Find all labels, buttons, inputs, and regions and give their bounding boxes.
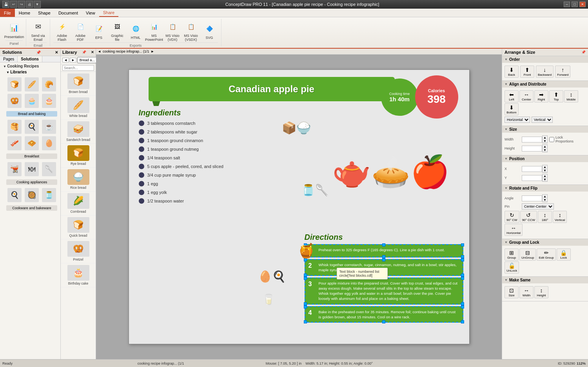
canvas-nav-prev[interactable]: ◄ xyxy=(98,49,101,53)
group-btn[interactable]: ⊞ Group xyxy=(505,248,519,261)
unlock-btn[interactable]: 🔓 UnLock xyxy=(505,261,519,274)
quick-access-undo[interactable]: ↩ xyxy=(10,1,17,8)
menu-home[interactable]: Home xyxy=(15,9,34,17)
tab-pages[interactable]: Pages xyxy=(0,56,18,62)
section-appliances[interactable]: Cooking appliances xyxy=(6,179,57,185)
position-title[interactable]: Position xyxy=(502,155,588,162)
rotate-180-btn[interactable]: ↕ 180° xyxy=(538,211,552,223)
width-input[interactable]: 5.17 in xyxy=(522,137,542,142)
lock-btn[interactable]: 🔒 Lock xyxy=(557,248,571,261)
ribbon-btn-eps[interactable]: 📝 EPS xyxy=(90,22,107,40)
menu-file[interactable]: File xyxy=(0,9,15,17)
make-same-width-btn[interactable]: ↔ Width xyxy=(519,286,534,298)
vertical-dropdown[interactable]: Vertical xyxy=(532,117,553,123)
lib-item-a2[interactable]: 🍽 xyxy=(24,161,40,177)
order-title[interactable]: Order xyxy=(502,56,588,63)
angle-spinner[interactable]: ▲▼ xyxy=(542,194,548,202)
ribbon-btn-ms-ppt[interactable]: 📊 MS PowerPoint xyxy=(145,20,163,42)
cooking-recipes-title[interactable]: Cooking Recipes xyxy=(2,63,59,69)
menu-document[interactable]: Document xyxy=(54,9,82,17)
lib-list-item-quick-bread[interactable]: 🍞 Quick bread xyxy=(61,215,96,239)
lib-item-b1[interactable]: 🥞 xyxy=(6,119,23,135)
direction-item-4[interactable]: 4 Bake in the preheated oven for 35 minu… xyxy=(305,306,463,323)
recipe-header-banner[interactable]: Canadian apple pie xyxy=(149,77,395,101)
ribbon-btn-adobe-pdf[interactable]: 📄 Adobe PDF xyxy=(72,20,89,42)
minimize-button[interactable]: – xyxy=(564,2,570,7)
make-same-title[interactable]: Make Same xyxy=(502,277,588,283)
lib-item-c3[interactable]: 🫙 xyxy=(41,187,57,203)
lib-list-item-pretzel[interactable]: 🥨 Pretzel xyxy=(61,239,96,263)
quick-access-redo[interactable]: ↪ xyxy=(18,1,25,8)
align-middle-btn[interactable]: ↕ Middle xyxy=(564,90,578,102)
arrange-pin[interactable]: 📌 xyxy=(581,50,586,54)
library-pin[interactable]: 📌 xyxy=(82,50,86,54)
align-bottom-btn[interactable]: ⬇ Bottom xyxy=(505,103,519,115)
size-title[interactable]: Size xyxy=(502,126,588,133)
library-search-input[interactable] xyxy=(62,65,94,71)
restore-button[interactable]: □ xyxy=(572,2,578,7)
menu-shape[interactable]: Shape xyxy=(34,9,54,17)
height-input[interactable]: 0.55 in xyxy=(522,146,542,152)
ribbon-btn-presentation[interactable]: 📊 Presentation xyxy=(5,21,23,40)
lib-item-5[interactable]: 🧁 xyxy=(24,93,40,109)
lib-item-2[interactable]: 🥖 xyxy=(24,77,40,92)
tab-solutions[interactable]: Solutions xyxy=(18,56,42,62)
ribbon-btn-html[interactable]: 🌐 HTML xyxy=(127,22,144,40)
lib-nav-forward[interactable]: ► xyxy=(70,58,76,62)
canvas-nav-next[interactable]: ► xyxy=(151,49,154,53)
pin-dropdown[interactable]: Center-Center xyxy=(522,203,554,210)
y-spinner[interactable]: ▲▼ xyxy=(542,174,548,182)
ribbon-btn-ms-visio-vsdx[interactable]: 📋 MS Visio (VSDX) xyxy=(182,20,200,42)
close-button[interactable]: ✕ xyxy=(579,2,586,7)
lib-list-item-birthday-cake[interactable]: 🎂 Birthday cake xyxy=(61,263,96,287)
horizontal-dropdown[interactable]: Horizontal xyxy=(505,117,530,123)
lib-item-c2[interactable]: 🥘 xyxy=(24,187,40,203)
ribbon-btn-send-email[interactable]: ✉ Send via Email xyxy=(29,20,47,42)
lib-list-item-sandwich-bread[interactable]: 🥪 Sandwich bread xyxy=(61,120,96,144)
canvas[interactable]: Canadian apple pie Cooking time 1h 40m C… xyxy=(129,69,470,344)
lib-item-3[interactable]: 🥐 xyxy=(41,77,57,92)
lib-list-item-rice-bread[interactable]: 🍚 Rice bread xyxy=(61,168,96,192)
width-spinner[interactable]: ▲▼ xyxy=(542,135,548,143)
y-input[interactable]: 4.62 in xyxy=(522,175,542,181)
x-input[interactable]: 8.03 in xyxy=(522,166,542,172)
rotate-90ccw-btn[interactable]: ↺ 90° CCW xyxy=(520,211,537,223)
lib-nav-back[interactable]: ◄ xyxy=(62,58,69,62)
lib-list-item-cornbread[interactable]: 🌽 Cornbread xyxy=(61,192,96,215)
lib-item-b2[interactable]: 🍳 xyxy=(24,119,40,135)
height-spinner[interactable]: ▲▼ xyxy=(542,144,548,152)
order-front-btn[interactable]: ⬆ Front xyxy=(520,66,534,78)
group-title[interactable]: Group and Lock xyxy=(502,239,588,246)
ribbon-btn-svg[interactable]: 🔷 SVG xyxy=(201,22,218,40)
lib-item-b5[interactable]: 🧇 xyxy=(24,135,40,151)
align-center-btn[interactable]: ↔ Center xyxy=(519,90,534,102)
lib-list-item-brown-bread[interactable]: 🍞 Brown bread xyxy=(61,72,96,96)
lib-item-6[interactable]: 🎂 xyxy=(41,93,57,109)
flip-vertical-btn[interactable]: ↕ Vertical xyxy=(553,211,567,223)
lib-item-4[interactable]: 🥨 xyxy=(6,93,23,109)
menu-view[interactable]: View xyxy=(82,9,99,17)
direction-item-2[interactable]: 2 Whisk together cornstarch, sugar, cinn… xyxy=(305,259,463,276)
rotate-90cw-btn[interactable]: ↻ 90° CW xyxy=(505,211,519,223)
direction-item-1[interactable]: 1 Preheat oven to 325 degrees F (165 deg… xyxy=(305,244,463,257)
section-bread-baking[interactable]: Bread and baking xyxy=(6,111,57,117)
lib-item-c1[interactable]: 🍳 xyxy=(6,187,23,203)
solutions-pin[interactable]: 📌 xyxy=(36,50,41,55)
ungroup-btn[interactable]: ⊟ UnGroup xyxy=(519,248,536,261)
align-top-btn[interactable]: ⬆ Top xyxy=(549,90,563,102)
lib-item-b6[interactable]: 🥚 xyxy=(41,135,57,151)
lib-list-item-white-bread[interactable]: 🥖 White bread xyxy=(61,96,96,120)
x-spinner[interactable]: ▲▼ xyxy=(542,165,548,173)
order-forward-btn[interactable]: ↑ Forward xyxy=(555,66,570,78)
solutions-close[interactable]: ✕ xyxy=(55,50,58,55)
libraries-title[interactable]: Libraries xyxy=(5,69,59,75)
rotate-title[interactable]: Rotate and Flip xyxy=(502,185,588,192)
ribbon-btn-ms-visio-vdx[interactable]: 📋 MS Visio (VDX) xyxy=(164,20,181,42)
lib-item-1[interactable]: 🍞 xyxy=(6,77,23,92)
menu-share[interactable]: Share xyxy=(99,9,118,17)
lib-item-b4[interactable]: 🥓 xyxy=(6,135,23,151)
order-backward-btn[interactable]: ↓ Backward xyxy=(536,66,554,78)
lib-item-b3[interactable]: ☕ xyxy=(41,119,57,135)
make-same-size-btn[interactable]: ⊡ Size xyxy=(505,286,519,298)
flip-horizontal-btn[interactable]: ↔ Horizontal xyxy=(505,224,523,236)
